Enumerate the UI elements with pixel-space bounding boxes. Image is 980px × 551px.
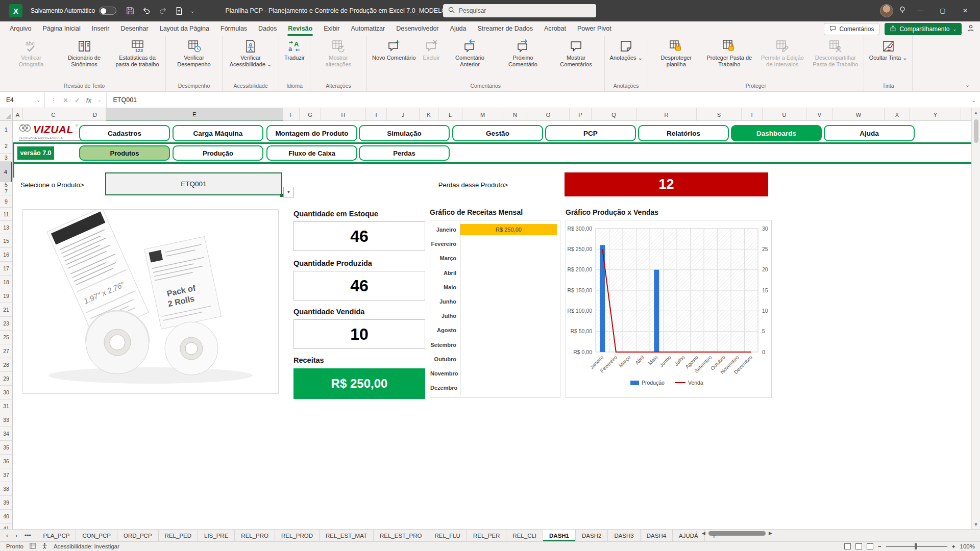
ribbon-button-traduzir[interactable]: aATraduzir — [281, 38, 308, 61]
column-header-P[interactable]: P — [570, 108, 592, 121]
row-header-35[interactable]: 35 — [0, 441, 12, 455]
row-header-39[interactable]: 39 — [0, 496, 12, 510]
row-header-16[interactable]: 16 — [0, 248, 12, 262]
row-header-30[interactable]: 30 — [0, 386, 12, 399]
vscroll-thumb[interactable] — [974, 119, 978, 143]
sheet-tab-rel-est-mat[interactable]: REL_EST_MAT — [320, 530, 374, 541]
sheet-tab-rel-flu[interactable]: REL_FLU — [428, 530, 467, 541]
hscroll-right-icon[interactable]: ▶ — [769, 531, 772, 536]
column-header-T[interactable]: T — [742, 108, 763, 121]
minimize-icon[interactable]: — — [912, 0, 929, 21]
expand-formula-bar-icon[interactable]: ⌄ — [972, 97, 976, 103]
sheet-tab-pla-pcp[interactable]: PLA_PCP — [37, 530, 77, 541]
nav-button-gestao[interactable]: Gestão — [452, 125, 543, 141]
column-header-U[interactable]: U — [763, 108, 806, 121]
save-icon[interactable] — [126, 6, 135, 15]
next-sheet-icon[interactable]: › — [15, 532, 17, 539]
nav-button-dashboards[interactable]: Dashboards — [731, 125, 822, 141]
nav-button-pcp[interactable]: PCP — [545, 125, 636, 141]
row-header-2[interactable]: 2 — [0, 138, 12, 154]
sub-tab-producao[interactable]: Produção — [173, 145, 263, 161]
menu-tab-desenhar[interactable]: Desenhar — [115, 21, 154, 36]
column-header-C[interactable]: C — [23, 108, 84, 121]
column-header-W[interactable]: W — [833, 108, 885, 121]
hscroll-thumb[interactable] — [708, 531, 766, 536]
namebox-dropdown-icon[interactable]: ⌄ — [36, 97, 40, 103]
insert-function-icon[interactable]: fx — [86, 96, 91, 104]
ribbon-button-verificar-acessibilidade[interactable]: Verificar Acessibilidade ⌄ — [224, 38, 277, 68]
scroll-up-icon[interactable]: ▲ — [974, 108, 978, 117]
row-header-1[interactable]: 1 — [0, 121, 12, 138]
zoom-level[interactable]: 100% — [960, 543, 975, 549]
formula-input[interactable]: ETQ001 — [107, 96, 137, 104]
row-header-9[interactable]: 9 — [0, 195, 12, 208]
prev-sheet-icon[interactable]: ‹ — [6, 532, 8, 539]
row-header-3[interactable]: 3 — [0, 154, 12, 162]
ribbon-button-desproteger-planilha[interactable]: Desproteger planilha — [650, 38, 703, 68]
row-header-28[interactable]: 28 — [0, 358, 12, 372]
horizontal-scrollbar[interactable]: ⋮ ◀ ▶ — [694, 531, 772, 536]
column-header-G[interactable]: G — [300, 108, 321, 121]
menu-tab-inserir[interactable]: Inserir — [86, 21, 115, 36]
sheet-tab-con-pcp[interactable]: CON_PCP — [76, 530, 117, 541]
row-header-7[interactable]: 7 — [0, 187, 12, 195]
ribbon-button-proteger-pasta-de-trabalho[interactable]: Proteger Pasta de Trabalho — [703, 38, 756, 68]
menu-tab-layout-da-pagina[interactable]: Layout da Página — [154, 21, 215, 36]
close-icon[interactable]: ✕ — [957, 0, 974, 21]
ribbon-button-mostrar-comentarios[interactable]: Mostrar Comentários — [550, 38, 603, 68]
fx-dropdown-icon[interactable]: ⌄ — [97, 97, 102, 103]
accessibility-status[interactable]: Acessibilidade: investigar — [54, 543, 119, 549]
avatar[interactable] — [880, 4, 893, 17]
row-header-41[interactable]: 41 — [0, 523, 12, 529]
row-header-4[interactable]: 4 — [0, 162, 12, 182]
sheet-tab-lis-pre[interactable]: LIS_PRE — [198, 530, 235, 541]
sheet-tab-rel-cli[interactable]: REL_CLI — [506, 530, 543, 541]
sheet-tab-ord-pcp[interactable]: ORD_PCP — [117, 530, 159, 541]
nav-button-relatorios[interactable]: Relatórios — [638, 125, 729, 141]
column-header-E[interactable]: E — [106, 108, 283, 121]
column-header-V[interactable]: V — [806, 108, 833, 121]
sheet-tab-dash3[interactable]: DASH3 — [608, 530, 640, 541]
column-header-F[interactable]: F — [283, 108, 300, 121]
row-header-36[interactable]: 36 — [0, 455, 12, 468]
column-header-I[interactable]: I — [366, 108, 387, 121]
nav-button-cadastros[interactable]: Cadastros — [79, 125, 170, 141]
combo-dropdown-icon[interactable]: ▼ — [283, 187, 294, 197]
ribbon-button-ocultar-tinta[interactable]: Ocultar Tinta ⌄ — [866, 38, 911, 61]
sheet-tab-dash2[interactable]: DASH2 — [576, 530, 608, 541]
menu-tab-acrobat[interactable]: Acrobat — [538, 21, 572, 36]
zoom-in-icon[interactable]: + — [952, 543, 955, 549]
ribbon-button-comentario-anterior[interactable]: Comentário Anterior — [444, 38, 497, 68]
row-header-25[interactable]: 25 — [0, 331, 12, 344]
menu-tab-power-pivot[interactable]: Power Pivot — [572, 21, 617, 36]
column-header-N[interactable]: N — [503, 108, 527, 121]
scroll-down-icon[interactable]: ▼ — [974, 520, 978, 529]
row-header-18[interactable]: 18 — [0, 276, 12, 289]
ribbon-button-proximo-comentario[interactable]: Próximo Comentário — [497, 38, 550, 68]
name-box[interactable]: E4⌄ — [0, 92, 45, 108]
menu-tab-automatizar[interactable]: Automatizar — [345, 21, 390, 36]
row-header-27[interactable]: 27 — [0, 344, 12, 358]
row-header-34[interactable]: 34 — [0, 427, 12, 441]
nav-button-ajuda[interactable]: Ajuda — [824, 125, 915, 141]
menu-tab-dados[interactable]: Dados — [253, 21, 282, 36]
row-header-37[interactable]: 37 — [0, 468, 12, 482]
macro-record-icon[interactable] — [30, 543, 36, 550]
row-header-15[interactable]: 15 — [0, 234, 12, 248]
row-header-33[interactable]: 33 — [0, 413, 12, 427]
comments-button[interactable]: Comentários — [824, 23, 879, 35]
column-header-A[interactable]: A — [13, 108, 23, 121]
sheet-tab-rel-ped[interactable]: REL_PED — [159, 530, 198, 541]
menu-tab-ajuda[interactable]: Ajuda — [445, 21, 472, 36]
column-header-L[interactable]: L — [438, 108, 462, 121]
lightbulb-icon[interactable] — [898, 6, 906, 16]
column-header-K[interactable]: K — [420, 108, 438, 121]
ribbon-button-dicionario-de-sinonimos[interactable]: Dicionário de Sinônimos — [58, 38, 111, 68]
autosave-control[interactable]: Salvamento Automático — [31, 7, 116, 15]
menu-tab-arquivo[interactable]: Arquivo — [4, 21, 37, 36]
column-header-D[interactable]: D — [84, 108, 106, 121]
maximize-icon[interactable]: ▢ — [934, 0, 951, 21]
column-header-M[interactable]: M — [462, 108, 503, 121]
search-input[interactable]: Pesquisar — [443, 4, 596, 17]
menu-tab-formulas[interactable]: Fórmulas — [215, 21, 253, 36]
